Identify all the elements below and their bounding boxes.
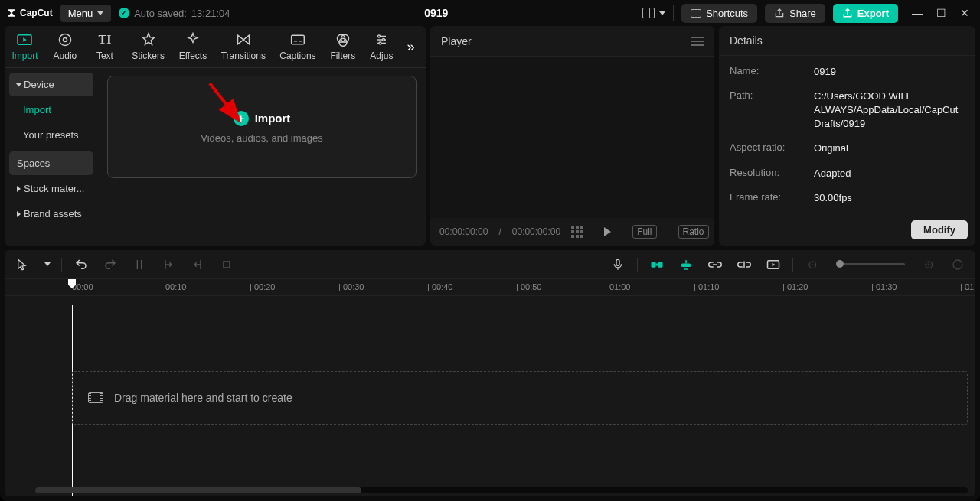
media-source-list: Device Import Your presets Spaces Stock … — [5, 68, 98, 246]
tabs-more-button[interactable]: » — [400, 36, 421, 57]
timeline-scrollbar[interactable] — [35, 487, 968, 493]
transitions-icon — [235, 32, 252, 47]
app-name: CapCut — [20, 8, 53, 18]
magnet-main-button[interactable] — [647, 255, 667, 275]
path-key: Path: — [730, 89, 806, 132]
thumbnail-grid-button[interactable] — [571, 226, 583, 238]
triangle-icon — [17, 211, 21, 217]
timeline-panel: ⊖ ⊕ 00:00 | 00:10 | 00:20 | 00:30 | 00:4… — [5, 250, 975, 496]
chevron-down-icon — [659, 11, 665, 15]
time-current: 00:00:00:00 — [439, 226, 488, 237]
plus-icon: + — [234, 111, 249, 126]
aspect-key: Aspect ratio: — [730, 142, 806, 155]
modify-button[interactable]: Modify — [911, 220, 968, 239]
trim-right-button — [188, 255, 207, 275]
timeline-dropzone[interactable]: Drag material here and start to create — [72, 371, 968, 425]
tab-import[interactable]: Import — [5, 29, 45, 64]
svg-point-20 — [953, 260, 962, 269]
pointer-dropdown[interactable] — [41, 255, 52, 275]
timeline-ruler[interactable]: 00:00 | 00:10 | 00:20 | 00:30 | 00:40 | … — [5, 279, 975, 296]
tab-captions[interactable]: Captions — [273, 29, 323, 64]
filters-icon — [335, 32, 351, 47]
audio-icon — [57, 32, 74, 47]
resolution-key: Resolution: — [730, 167, 806, 181]
export-icon — [842, 8, 853, 18]
delete-button — [217, 255, 237, 275]
svg-rect-13 — [224, 262, 230, 268]
share-button[interactable]: Share — [765, 4, 825, 23]
layout-button[interactable] — [642, 8, 665, 18]
tab-transitions[interactable]: Transitions — [214, 29, 273, 64]
undo-button[interactable] — [71, 255, 91, 275]
full-button[interactable]: Full — [632, 225, 656, 239]
film-icon — [88, 392, 103, 403]
import-title: Import — [255, 112, 291, 125]
stickers-icon — [140, 32, 157, 47]
import-subtitle: Videos, audios, and images — [201, 132, 322, 144]
name-key: Name: — [730, 65, 806, 79]
share-icon — [774, 8, 785, 18]
shortcuts-button[interactable]: Shortcuts — [681, 4, 757, 23]
zoom-slider[interactable] — [836, 263, 905, 265]
preview-button[interactable] — [763, 255, 783, 275]
sidebar-item-device[interactable]: Device — [9, 73, 93, 96]
pointer-tool[interactable] — [12, 255, 32, 275]
import-dropzone[interactable]: + Import Videos, audios, and images — [107, 76, 416, 178]
magnet-track-button[interactable] — [676, 255, 696, 275]
player-controls: 00:00:00:00 / 00:00:00:00 Full Ratio — [430, 218, 714, 246]
minimize-button[interactable]: — — [912, 7, 923, 19]
sidebar-item-import[interactable]: Import — [9, 98, 93, 122]
export-button[interactable]: Export — [833, 4, 898, 23]
close-button[interactable]: ✕ — [960, 7, 969, 19]
tab-audio[interactable]: Audio — [45, 29, 85, 64]
tab-adjust[interactable]: Adjus — [363, 29, 400, 64]
app-logo: CapCut — [6, 8, 53, 18]
time-duration: 00:00:00:00 — [512, 226, 560, 237]
name-value: 0919 — [814, 65, 836, 79]
details-title: Details — [719, 26, 975, 56]
svg-point-9 — [379, 42, 381, 44]
player-viewport — [430, 57, 714, 218]
player-menu-button[interactable] — [691, 37, 704, 46]
tab-filters[interactable]: Filters — [323, 29, 363, 64]
sidebar-item-stock[interactable]: Stock mater... — [9, 177, 93, 200]
timeline-tracks[interactable]: Drag material here and start to create — [5, 296, 975, 496]
import-icon — [16, 32, 33, 47]
sidebar-item-presets[interactable]: Your presets — [9, 123, 93, 147]
chevron-down-icon — [97, 11, 103, 15]
split-button — [129, 255, 149, 275]
play-button[interactable] — [604, 227, 611, 236]
keyboard-icon — [691, 9, 701, 18]
zoom-in-button[interactable]: ⊕ — [919, 255, 939, 275]
sidebar-item-brand[interactable]: Brand assets — [9, 202, 93, 226]
effects-icon — [185, 32, 201, 47]
mic-button[interactable] — [608, 255, 628, 275]
path-value: C:/Users/GOOD WILL ALWAYS/AppData/Local/… — [814, 89, 965, 132]
sidebar-item-spaces[interactable]: Spaces — [9, 151, 93, 175]
media-panel: Import Audio TI Text Stickers Effects — [5, 26, 426, 246]
maximize-button[interactable]: ☐ — [936, 7, 946, 19]
zoom-handle[interactable] — [836, 260, 844, 268]
triangle-icon — [17, 186, 21, 192]
zoom-out-button[interactable]: ⊖ — [802, 255, 822, 275]
svg-point-2 — [63, 38, 67, 42]
playhead[interactable] — [72, 279, 76, 288]
ratio-button[interactable]: Ratio — [678, 225, 709, 239]
media-tabs: Import Audio TI Text Stickers Effects — [5, 26, 426, 68]
player-panel: Player 00:00:00:00 / 00:00:00:00 Full Ra… — [430, 26, 714, 246]
zoom-fit-button[interactable] — [948, 255, 968, 275]
menu-button[interactable]: Menu — [60, 5, 112, 22]
layout-icon — [642, 8, 655, 18]
redo-button — [100, 255, 120, 275]
svg-point-8 — [383, 39, 385, 41]
svg-point-1 — [59, 34, 70, 46]
tab-stickers[interactable]: Stickers — [125, 29, 172, 64]
svg-point-7 — [378, 35, 381, 37]
svg-rect-17 — [656, 263, 658, 265]
unlink-button[interactable] — [734, 255, 754, 275]
link-button[interactable] — [705, 255, 725, 275]
tab-text[interactable]: TI Text — [85, 29, 125, 64]
timeline-toolbar: ⊖ ⊕ — [5, 250, 975, 279]
scrollbar-thumb[interactable] — [35, 487, 361, 493]
tab-effects[interactable]: Effects — [172, 29, 214, 64]
